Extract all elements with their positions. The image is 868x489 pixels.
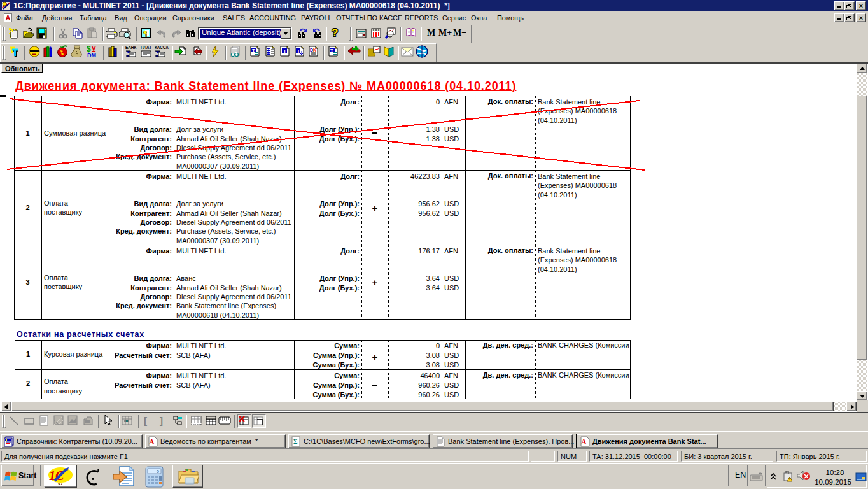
svg-text:K: K <box>313 48 316 52</box>
svg-text:ПЛАТ: ПЛАТ <box>141 45 151 50</box>
svg-text:DM: DM <box>87 52 96 58</box>
svg-text:V7: V7 <box>58 482 63 486</box>
svg-text:T: T <box>283 48 286 54</box>
svg-text:БАНК: БАНК <box>125 45 136 50</box>
svg-text:A: A <box>581 437 587 446</box>
svg-text:T: T <box>297 48 300 54</box>
svg-text:КАССА: КАССА <box>155 45 169 50</box>
svg-text:Σ: Σ <box>293 438 298 445</box>
svg-text:A: A <box>149 437 155 446</box>
svg-text:0: 0 <box>157 469 159 474</box>
